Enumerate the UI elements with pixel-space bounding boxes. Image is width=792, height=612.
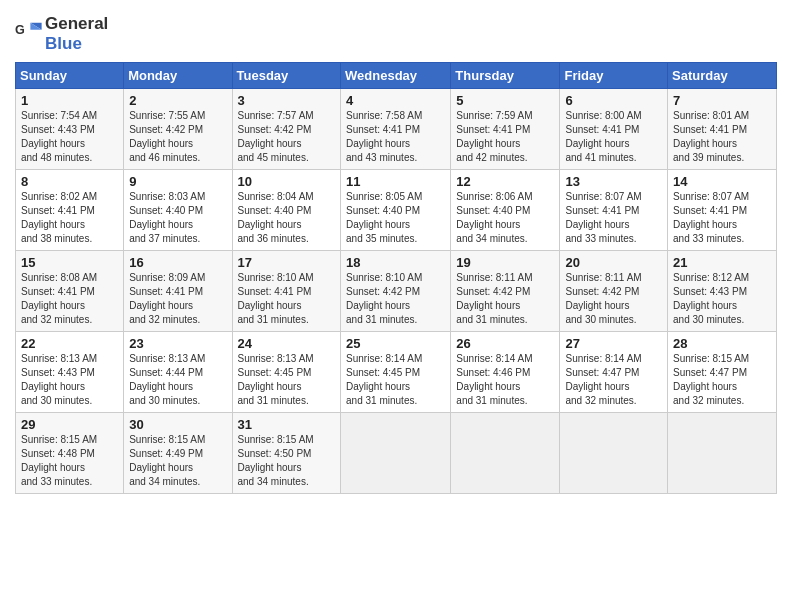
calendar-cell bbox=[560, 413, 668, 494]
day-number: 2 bbox=[129, 93, 226, 108]
day-detail: Sunrise: 8:13 AMSunset: 4:43 PMDaylight … bbox=[21, 353, 97, 406]
calendar-cell: 21 Sunrise: 8:12 AMSunset: 4:43 PMDaylig… bbox=[668, 251, 777, 332]
calendar-cell: 11 Sunrise: 8:05 AMSunset: 4:40 PMDaylig… bbox=[341, 170, 451, 251]
calendar-cell: 30 Sunrise: 8:15 AMSunset: 4:49 PMDaylig… bbox=[124, 413, 232, 494]
calendar-cell bbox=[668, 413, 777, 494]
day-detail: Sunrise: 8:15 AMSunset: 4:49 PMDaylight … bbox=[129, 434, 205, 487]
day-number: 20 bbox=[565, 255, 662, 270]
day-detail: Sunrise: 8:14 AMSunset: 4:46 PMDaylight … bbox=[456, 353, 532, 406]
calendar-cell: 17 Sunrise: 8:10 AMSunset: 4:41 PMDaylig… bbox=[232, 251, 341, 332]
calendar-cell: 25 Sunrise: 8:14 AMSunset: 4:45 PMDaylig… bbox=[341, 332, 451, 413]
day-detail: Sunrise: 8:15 AMSunset: 4:50 PMDaylight … bbox=[238, 434, 314, 487]
calendar-table: SundayMondayTuesdayWednesdayThursdayFrid… bbox=[15, 62, 777, 494]
calendar-cell: 2 Sunrise: 7:55 AMSunset: 4:42 PMDayligh… bbox=[124, 89, 232, 170]
day-number: 30 bbox=[129, 417, 226, 432]
day-number: 8 bbox=[21, 174, 118, 189]
day-number: 23 bbox=[129, 336, 226, 351]
day-detail: Sunrise: 8:11 AMSunset: 4:42 PMDaylight … bbox=[456, 272, 532, 325]
day-number: 6 bbox=[565, 93, 662, 108]
day-detail: Sunrise: 8:11 AMSunset: 4:42 PMDaylight … bbox=[565, 272, 641, 325]
day-detail: Sunrise: 8:12 AMSunset: 4:43 PMDaylight … bbox=[673, 272, 749, 325]
calendar-cell: 14 Sunrise: 8:07 AMSunset: 4:41 PMDaylig… bbox=[668, 170, 777, 251]
col-header-monday: Monday bbox=[124, 63, 232, 89]
day-detail: Sunrise: 7:55 AMSunset: 4:42 PMDaylight … bbox=[129, 110, 205, 163]
day-detail: Sunrise: 8:13 AMSunset: 4:45 PMDaylight … bbox=[238, 353, 314, 406]
day-number: 29 bbox=[21, 417, 118, 432]
day-number: 17 bbox=[238, 255, 336, 270]
day-detail: Sunrise: 8:09 AMSunset: 4:41 PMDaylight … bbox=[129, 272, 205, 325]
calendar-cell: 31 Sunrise: 8:15 AMSunset: 4:50 PMDaylig… bbox=[232, 413, 341, 494]
calendar-cell: 12 Sunrise: 8:06 AMSunset: 4:40 PMDaylig… bbox=[451, 170, 560, 251]
col-header-sunday: Sunday bbox=[16, 63, 124, 89]
calendar-cell: 4 Sunrise: 7:58 AMSunset: 4:41 PMDayligh… bbox=[341, 89, 451, 170]
calendar-cell: 28 Sunrise: 8:15 AMSunset: 4:47 PMDaylig… bbox=[668, 332, 777, 413]
day-detail: Sunrise: 8:06 AMSunset: 4:40 PMDaylight … bbox=[456, 191, 532, 244]
day-number: 31 bbox=[238, 417, 336, 432]
svg-text:G: G bbox=[15, 23, 25, 37]
day-detail: Sunrise: 8:00 AMSunset: 4:41 PMDaylight … bbox=[565, 110, 641, 163]
calendar-cell: 18 Sunrise: 8:10 AMSunset: 4:42 PMDaylig… bbox=[341, 251, 451, 332]
day-number: 13 bbox=[565, 174, 662, 189]
calendar-cell: 29 Sunrise: 8:15 AMSunset: 4:48 PMDaylig… bbox=[16, 413, 124, 494]
day-number: 12 bbox=[456, 174, 554, 189]
day-detail: Sunrise: 8:03 AMSunset: 4:40 PMDaylight … bbox=[129, 191, 205, 244]
day-number: 3 bbox=[238, 93, 336, 108]
day-number: 18 bbox=[346, 255, 445, 270]
calendar-cell: 15 Sunrise: 8:08 AMSunset: 4:41 PMDaylig… bbox=[16, 251, 124, 332]
calendar-cell: 10 Sunrise: 8:04 AMSunset: 4:40 PMDaylig… bbox=[232, 170, 341, 251]
day-number: 4 bbox=[346, 93, 445, 108]
day-number: 25 bbox=[346, 336, 445, 351]
day-detail: Sunrise: 7:59 AMSunset: 4:41 PMDaylight … bbox=[456, 110, 532, 163]
day-number: 10 bbox=[238, 174, 336, 189]
day-detail: Sunrise: 8:13 AMSunset: 4:44 PMDaylight … bbox=[129, 353, 205, 406]
calendar-cell: 26 Sunrise: 8:14 AMSunset: 4:46 PMDaylig… bbox=[451, 332, 560, 413]
day-detail: Sunrise: 8:01 AMSunset: 4:41 PMDaylight … bbox=[673, 110, 749, 163]
col-header-wednesday: Wednesday bbox=[341, 63, 451, 89]
calendar-cell: 3 Sunrise: 7:57 AMSunset: 4:42 PMDayligh… bbox=[232, 89, 341, 170]
col-header-tuesday: Tuesday bbox=[232, 63, 341, 89]
logo-text: General Blue bbox=[45, 14, 108, 54]
day-number: 21 bbox=[673, 255, 771, 270]
day-detail: Sunrise: 7:54 AMSunset: 4:43 PMDaylight … bbox=[21, 110, 97, 163]
day-detail: Sunrise: 8:15 AMSunset: 4:47 PMDaylight … bbox=[673, 353, 749, 406]
day-number: 7 bbox=[673, 93, 771, 108]
calendar-cell: 9 Sunrise: 8:03 AMSunset: 4:40 PMDayligh… bbox=[124, 170, 232, 251]
col-header-friday: Friday bbox=[560, 63, 668, 89]
day-number: 22 bbox=[21, 336, 118, 351]
day-number: 24 bbox=[238, 336, 336, 351]
calendar-cell bbox=[341, 413, 451, 494]
calendar-cell: 7 Sunrise: 8:01 AMSunset: 4:41 PMDayligh… bbox=[668, 89, 777, 170]
day-detail: Sunrise: 8:02 AMSunset: 4:41 PMDaylight … bbox=[21, 191, 97, 244]
day-number: 1 bbox=[21, 93, 118, 108]
col-header-saturday: Saturday bbox=[668, 63, 777, 89]
calendar-cell: 20 Sunrise: 8:11 AMSunset: 4:42 PMDaylig… bbox=[560, 251, 668, 332]
calendar-cell: 5 Sunrise: 7:59 AMSunset: 4:41 PMDayligh… bbox=[451, 89, 560, 170]
calendar-cell: 1 Sunrise: 7:54 AMSunset: 4:43 PMDayligh… bbox=[16, 89, 124, 170]
day-number: 9 bbox=[129, 174, 226, 189]
calendar-cell: 8 Sunrise: 8:02 AMSunset: 4:41 PMDayligh… bbox=[16, 170, 124, 251]
calendar-cell bbox=[451, 413, 560, 494]
day-detail: Sunrise: 8:10 AMSunset: 4:42 PMDaylight … bbox=[346, 272, 422, 325]
calendar-cell: 24 Sunrise: 8:13 AMSunset: 4:45 PMDaylig… bbox=[232, 332, 341, 413]
day-number: 26 bbox=[456, 336, 554, 351]
day-number: 19 bbox=[456, 255, 554, 270]
day-number: 11 bbox=[346, 174, 445, 189]
day-detail: Sunrise: 8:14 AMSunset: 4:45 PMDaylight … bbox=[346, 353, 422, 406]
day-detail: Sunrise: 8:07 AMSunset: 4:41 PMDaylight … bbox=[673, 191, 749, 244]
col-header-thursday: Thursday bbox=[451, 63, 560, 89]
calendar-cell: 6 Sunrise: 8:00 AMSunset: 4:41 PMDayligh… bbox=[560, 89, 668, 170]
day-detail: Sunrise: 8:15 AMSunset: 4:48 PMDaylight … bbox=[21, 434, 97, 487]
day-detail: Sunrise: 7:57 AMSunset: 4:42 PMDaylight … bbox=[238, 110, 314, 163]
calendar-cell: 13 Sunrise: 8:07 AMSunset: 4:41 PMDaylig… bbox=[560, 170, 668, 251]
day-detail: Sunrise: 8:14 AMSunset: 4:47 PMDaylight … bbox=[565, 353, 641, 406]
calendar-cell: 27 Sunrise: 8:14 AMSunset: 4:47 PMDaylig… bbox=[560, 332, 668, 413]
calendar-cell: 16 Sunrise: 8:09 AMSunset: 4:41 PMDaylig… bbox=[124, 251, 232, 332]
day-number: 16 bbox=[129, 255, 226, 270]
calendar-cell: 22 Sunrise: 8:13 AMSunset: 4:43 PMDaylig… bbox=[16, 332, 124, 413]
header: G General Blue bbox=[15, 10, 777, 54]
calendar-cell: 19 Sunrise: 8:11 AMSunset: 4:42 PMDaylig… bbox=[451, 251, 560, 332]
day-number: 15 bbox=[21, 255, 118, 270]
day-detail: Sunrise: 8:07 AMSunset: 4:41 PMDaylight … bbox=[565, 191, 641, 244]
main-container: G General Blue SundayMondayTuesdayWednes… bbox=[0, 0, 792, 504]
day-detail: Sunrise: 8:04 AMSunset: 4:40 PMDaylight … bbox=[238, 191, 314, 244]
